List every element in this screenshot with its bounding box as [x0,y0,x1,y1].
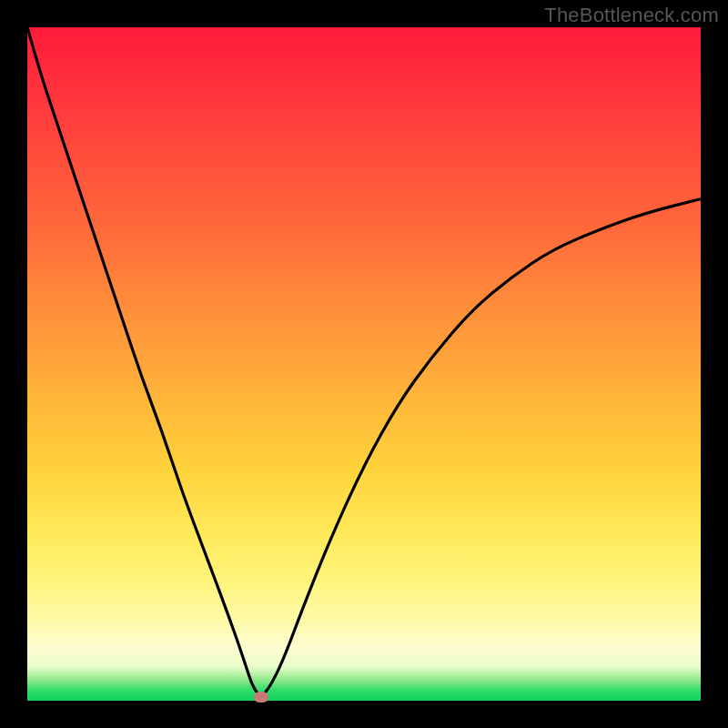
minimum-marker [254,692,268,703]
watermark-text: TheBottleneck.com [544,4,719,27]
chart-frame: TheBottleneck.com [0,0,728,728]
plot-area [27,27,701,701]
bottleneck-curve [27,27,701,701]
